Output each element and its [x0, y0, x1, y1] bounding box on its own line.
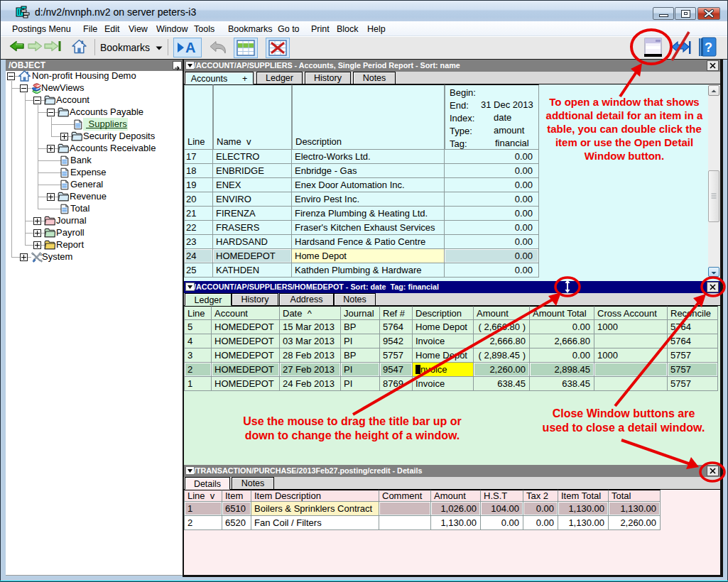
svg-text:A: A — [185, 40, 195, 55]
svg-text:?: ? — [705, 40, 712, 55]
